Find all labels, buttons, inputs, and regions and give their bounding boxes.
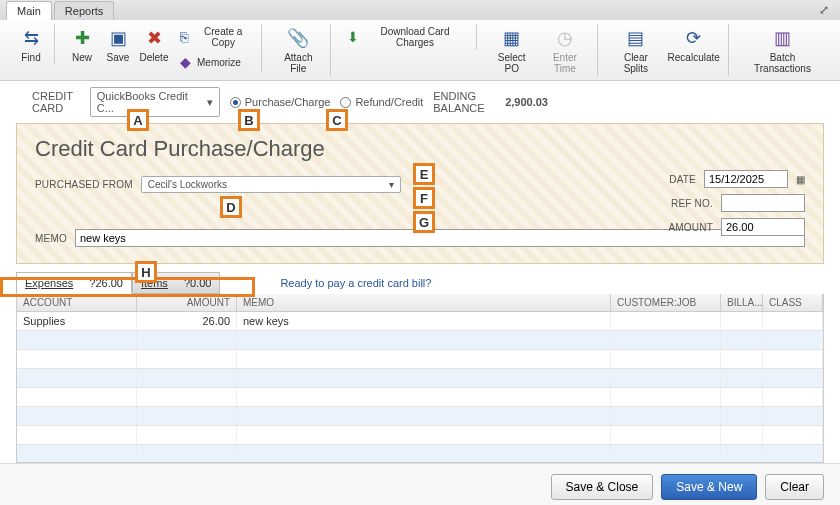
save-button[interactable]: ▣ Save — [101, 24, 135, 72]
memorize-icon: ◆ — [177, 54, 193, 70]
purchased-from-dropdown[interactable]: Cecil's Lockworks ▾ — [141, 176, 401, 193]
chevron-down-icon: ▾ — [207, 96, 213, 109]
clear-button[interactable]: Clear — [765, 474, 824, 500]
purchased-from-label: PURCHASED FROM — [35, 179, 133, 190]
find-button[interactable]: ⇆ Find — [14, 24, 48, 65]
callout-e: E — [413, 163, 435, 185]
amount-label: AMOUNT — [663, 222, 713, 233]
table-row[interactable] — [17, 350, 823, 369]
credit-card-account-dropdown[interactable]: QuickBooks Credit C... ▾ — [90, 87, 220, 117]
content-area: CREDIT CARD QuickBooks Credit C... ▾ Pur… — [0, 81, 840, 463]
table-row[interactable] — [17, 388, 823, 407]
table-row[interactable] — [17, 445, 823, 462]
clear-splits-button[interactable]: ▤ Clear Splits — [608, 24, 663, 76]
tab-main[interactable]: Main — [6, 1, 52, 20]
callout-a: A — [127, 109, 149, 131]
splits-icon: ▤ — [624, 26, 648, 50]
arrows-icon: ⇆ — [19, 26, 43, 50]
table-row[interactable] — [17, 331, 823, 350]
callout-g: G — [413, 211, 435, 233]
refno-input[interactable] — [721, 194, 805, 212]
memo-label: MEMO — [35, 233, 67, 244]
calendar-icon[interactable]: ▦ — [796, 174, 805, 185]
recalc-icon: ⟳ — [682, 26, 706, 50]
page-title: Credit Card Purchase/Charge — [35, 136, 805, 162]
credit-card-label: CREDIT CARD — [32, 90, 80, 114]
ending-balance-label: ENDING BALANCE — [433, 90, 495, 114]
col-customer[interactable]: CUSTOMER:JOB — [611, 294, 721, 311]
save-icon: ▣ — [106, 26, 130, 50]
tab-reports[interactable]: Reports — [54, 1, 115, 20]
footer: Save & Close Save & New Clear — [0, 463, 840, 505]
callout-f: F — [413, 187, 435, 209]
refno-label: REF NO. — [663, 198, 713, 209]
recalculate-button[interactable]: ⟳ Recalculate — [666, 24, 722, 76]
date-label: DATE — [646, 174, 696, 185]
col-billable[interactable]: BILLA... — [721, 294, 763, 311]
purchase-charge-radio[interactable]: Purchase/Charge — [230, 96, 331, 108]
po-icon: ▦ — [500, 26, 524, 50]
chevron-down-icon: ▾ — [389, 179, 394, 190]
download-charges-button[interactable]: ⬇ Download Card Charges — [341, 24, 470, 50]
col-memo[interactable]: MEMO — [237, 294, 611, 311]
callout-c: C — [326, 109, 348, 131]
attach-icon: 📎 — [286, 26, 310, 50]
toolbar: ⇆ Find ✚ New ▣ Save ✖ Delete ⎘ Create a … — [0, 20, 840, 81]
callout-h: H — [135, 261, 157, 283]
table-row[interactable] — [17, 407, 823, 426]
clock-icon: ◷ — [553, 26, 577, 50]
delete-icon: ✖ — [142, 26, 166, 50]
expand-icon[interactable]: ⤢ — [816, 0, 832, 20]
create-copy-button[interactable]: ⎘ Create a Copy — [173, 24, 255, 50]
batch-transactions-button[interactable]: ▥ Batch Transactions — [739, 24, 826, 76]
copy-icon: ⎘ — [177, 29, 191, 45]
ready-to-pay-link[interactable]: Ready to pay a credit card bill? — [280, 277, 431, 289]
batch-icon: ▥ — [770, 26, 794, 50]
memorize-button[interactable]: ◆ Memorize — [173, 52, 255, 72]
col-class[interactable]: CLASS — [763, 294, 823, 311]
callout-h-highlight — [0, 277, 255, 297]
callout-b: B — [238, 109, 260, 131]
table-row[interactable] — [17, 426, 823, 445]
radio-dot-icon — [340, 97, 351, 108]
tab-bar: Main Reports ⤢ — [0, 0, 840, 20]
attach-file-button[interactable]: 📎 Attach File — [272, 24, 324, 76]
enter-time-button[interactable]: ◷ Enter Time — [539, 24, 592, 76]
amount-input[interactable] — [721, 218, 805, 236]
radio-dot-icon — [230, 97, 241, 108]
date-input[interactable] — [704, 170, 788, 188]
new-icon: ✚ — [70, 26, 94, 50]
select-po-button[interactable]: ▦ Select PO — [487, 24, 537, 76]
save-new-button[interactable]: Save & New — [661, 474, 757, 500]
grid-body[interactable]: Supplies 26.00 new keys — [17, 312, 823, 462]
expenses-grid: ACCOUNT AMOUNT MEMO CUSTOMER:JOB BILLA..… — [16, 294, 824, 463]
save-close-button[interactable]: Save & Close — [551, 474, 654, 500]
table-row[interactable] — [17, 369, 823, 388]
download-icon: ⬇ — [345, 29, 360, 45]
refund-credit-radio[interactable]: Refund/Credit — [340, 96, 423, 108]
delete-button[interactable]: ✖ Delete — [137, 24, 171, 72]
ending-balance-value: 2,900.03 — [505, 96, 548, 108]
callout-d: D — [220, 196, 242, 218]
table-row[interactable]: Supplies 26.00 new keys — [17, 312, 823, 331]
new-button[interactable]: ✚ New — [65, 24, 99, 72]
